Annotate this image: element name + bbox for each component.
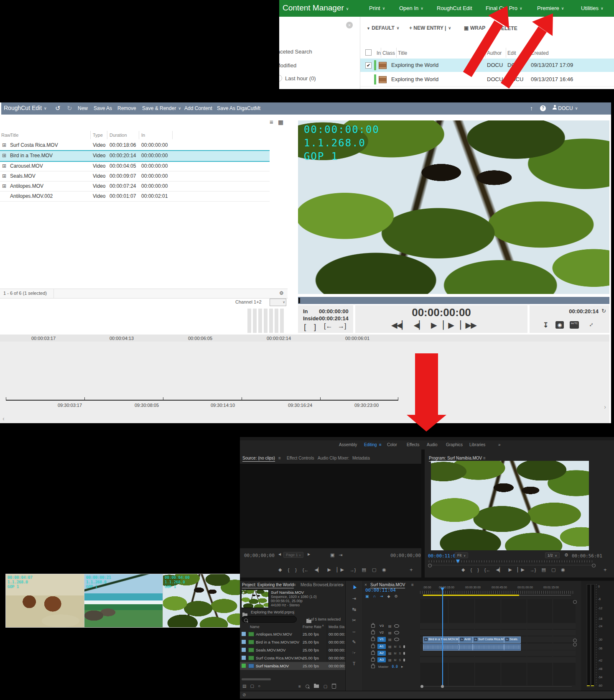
col-title[interactable]: Title xyxy=(398,50,407,56)
source-patch-icon[interactable]: ▤ xyxy=(388,624,392,628)
timeline-playhead[interactable] xyxy=(442,589,443,685)
master-track[interactable]: Master0.0▸ xyxy=(371,664,403,669)
nested-seq-icon[interactable]: ▣ xyxy=(365,594,369,598)
zoom-select[interactable]: 1/2 ∨ xyxy=(545,552,560,558)
track-a2[interactable] xyxy=(420,650,576,656)
marker-icon[interactable]: ◆ xyxy=(461,567,465,572)
col-duration[interactable]: Duration xyxy=(110,133,127,138)
tab-metadata[interactable]: Metadata xyxy=(352,456,370,460)
source-patch-icon[interactable]: ▤ xyxy=(388,638,392,641)
automate-icon[interactable]: ≡ xyxy=(298,684,301,689)
grid-view-icon[interactable]: ▦ xyxy=(278,119,283,125)
tab-libraries[interactable]: Libraries xyxy=(469,442,485,447)
timeline-settings-icon[interactable]: ⚙ xyxy=(394,594,397,598)
source-patch-icon[interactable]: ▤ xyxy=(388,645,392,649)
audio-clip[interactable] xyxy=(504,644,521,651)
play-icon[interactable]: ▶ xyxy=(508,567,512,572)
col-name[interactable]: Name xyxy=(250,625,260,629)
play-icon[interactable]: ▶ xyxy=(327,567,331,572)
clip-row[interactable]: Antilopes.MOV.002 Video 00:00:01:07 00:0… xyxy=(0,191,270,202)
fit-select[interactable]: Fit ∨ xyxy=(455,552,468,558)
panel-menu-icon[interactable]: ≡ xyxy=(293,582,296,587)
fullscreen-icon[interactable]: ↔ xyxy=(586,319,595,329)
settings-wrench-icon[interactable]: ⚙ xyxy=(564,552,568,558)
export-frame-icon[interactable]: ◉ xyxy=(382,567,386,572)
step-forward-icon[interactable]: ▏▶ xyxy=(443,320,453,330)
export-frame-icon[interactable]: ⇥ xyxy=(339,552,342,558)
mark-out-icon[interactable]: } xyxy=(295,567,297,572)
tab-editing[interactable]: Editing xyxy=(364,442,377,447)
save-render-button[interactable]: Save & Render∨ xyxy=(142,105,181,111)
goto-out-icon[interactable]: →} xyxy=(530,567,536,572)
source-viewer[interactable] xyxy=(240,464,421,548)
menu-utilities[interactable]: Utilities∨ xyxy=(581,5,604,11)
menu-final-cut-pro[interactable]: Final Cut Pro∨ xyxy=(486,5,522,11)
step-back-icon[interactable]: ◀▏ xyxy=(414,320,424,330)
linked-selection-icon[interactable]: ⇥ xyxy=(380,594,383,598)
icon-view-icon[interactable]: ▢ xyxy=(250,684,254,688)
track-badge[interactable]: A3 xyxy=(377,657,386,662)
settings-icon[interactable]: ▣ xyxy=(330,552,334,558)
step-back-icon[interactable]: ◀▏ xyxy=(315,567,322,572)
preview-thumbnail[interactable]: ◉ ▶ xyxy=(242,590,268,608)
timeline-clip-surf[interactable]: 00:00:00:211.1.268.0GOP 1 xyxy=(84,574,163,627)
lock-icon[interactable] xyxy=(371,665,375,668)
lock-icon[interactable] xyxy=(371,651,375,655)
more-workspaces-icon[interactable]: » xyxy=(498,442,501,447)
undo-icon[interactable]: ↺ xyxy=(55,105,61,112)
label-color[interactable] xyxy=(242,640,246,644)
mark-in-button[interactable]: [ xyxy=(304,322,306,332)
eye-icon[interactable] xyxy=(394,631,399,634)
track-header-a3[interactable]: A3▤MS xyxy=(371,657,421,663)
save-digacutmt-button[interactable]: Save As DigaCutMt xyxy=(217,105,260,111)
panel-menu-icon[interactable]: ≡ xyxy=(278,456,281,460)
track-badge[interactable]: A2 xyxy=(377,651,386,656)
close-icon[interactable]: × xyxy=(346,22,353,28)
label-color[interactable] xyxy=(242,648,246,652)
audio-clip[interactable] xyxy=(459,644,473,651)
filter-last-hour[interactable]: Last hour (0) xyxy=(279,75,316,82)
marker-icon[interactable]: ◆ xyxy=(278,567,282,572)
track-a3[interactable] xyxy=(420,657,576,663)
save-as-button[interactable]: Save As xyxy=(94,105,112,111)
redo-icon[interactable]: ↻ xyxy=(67,105,72,112)
find-icon[interactable] xyxy=(306,685,309,688)
mark-in-icon[interactable]: { xyxy=(470,567,472,572)
row-checkbox[interactable]: ✔ xyxy=(365,62,372,69)
slip-tool-icon[interactable]: ↔ xyxy=(346,628,362,634)
remove-button[interactable]: Remove xyxy=(117,105,136,111)
source-patch-icon[interactable]: ▤ xyxy=(388,651,392,655)
tab-libraries[interactable]: Libraries xyxy=(327,582,343,587)
mark-in-icon[interactable]: { xyxy=(288,567,289,572)
playhead[interactable] xyxy=(298,298,300,303)
zoom-slider[interactable]: ○ xyxy=(258,684,260,688)
project-row[interactable]: Surf Costa Rica.MOV.MOV 25.00 fps 00:00:… xyxy=(240,654,345,662)
new-bin-icon[interactable] xyxy=(314,685,319,688)
tab-audio[interactable]: Audio xyxy=(427,442,438,447)
audio-clip[interactable] xyxy=(473,644,504,651)
h-scrollbar[interactable] xyxy=(242,678,271,680)
scroll-handle-left[interactable] xyxy=(428,564,432,567)
lock-icon[interactable] xyxy=(371,631,375,634)
timeline-clip-antelopes[interactable]: 00:00:04:071.1.268.0GOP 1 xyxy=(6,574,84,627)
panel-menu-icon[interactable]: ≡ xyxy=(483,456,486,460)
table-row[interactable]: ✔ Exploring the World DOCU DOCU 09/13/20… xyxy=(360,59,614,72)
mark-out-icon[interactable]: } xyxy=(477,567,479,572)
panel-menu-icon[interactable]: ≡ xyxy=(411,582,414,587)
tab-media-browser[interactable]: Media Browser xyxy=(301,582,329,587)
help-icon[interactable]: ? xyxy=(540,105,546,111)
tab-color[interactable]: Color xyxy=(387,442,397,447)
lock-icon[interactable] xyxy=(371,645,375,648)
search-input[interactable] xyxy=(242,616,297,623)
col-author[interactable]: Author xyxy=(487,50,502,56)
list-view-icon[interactable]: ≡ xyxy=(270,118,273,125)
extract-icon[interactable]: ▢ xyxy=(551,567,555,572)
marker-icon[interactable]: ◆ xyxy=(387,594,390,598)
type-tool-icon[interactable]: T xyxy=(346,661,362,666)
new-button[interactable]: New xyxy=(78,105,88,111)
filter-modified-label[interactable]: Modified xyxy=(279,62,296,69)
jump-forward-icon[interactable]: ▏▶▶ xyxy=(460,320,476,330)
clip-row[interactable]: ⊞ Carousel.MOV Video 00:00:04:05 00:00:0… xyxy=(0,161,270,171)
goto-in-icon[interactable]: {← xyxy=(484,567,491,572)
timeline-clip-bird-tree[interactable]: 00:00:04:001.1.268.0GOP 1 xyxy=(163,574,241,627)
